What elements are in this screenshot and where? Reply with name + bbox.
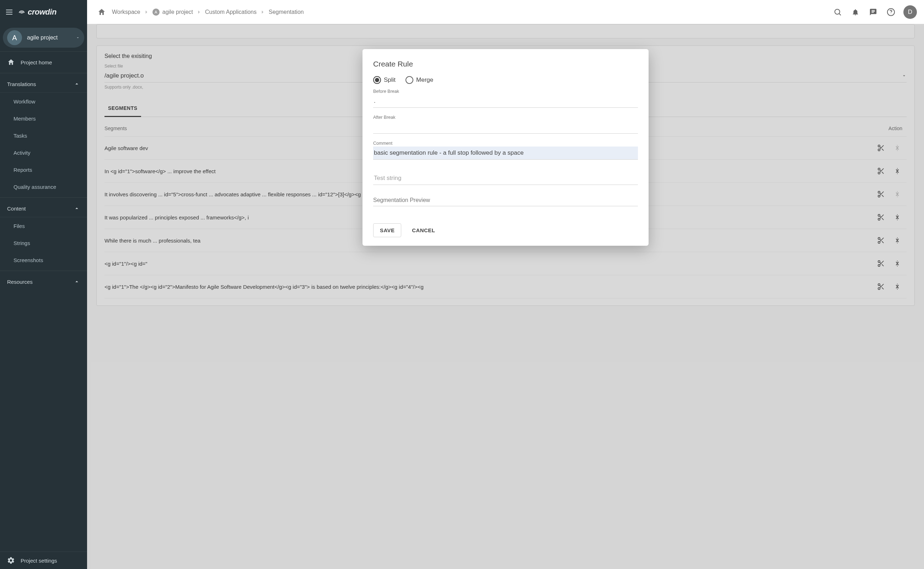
sidebar-item-label: Reports: [14, 167, 32, 173]
segmentation-preview-label: Segmentation Preview: [373, 197, 638, 204]
sidebar-item-files[interactable]: Files: [0, 217, 87, 234]
chat-icon[interactable]: [866, 5, 881, 20]
home-icon[interactable]: [94, 5, 109, 20]
before-break-label: Before Break: [373, 89, 638, 94]
test-string-input[interactable]: [373, 172, 638, 185]
topbar: Workspace A agile project Custom Applica…: [87, 0, 924, 24]
breadcrumb: Workspace A agile project Custom Applica…: [112, 9, 304, 16]
sidebar-item-workflow[interactable]: Workflow: [0, 93, 87, 110]
sidebar-item-strings[interactable]: Strings: [0, 234, 87, 251]
help-icon[interactable]: [883, 5, 898, 20]
sidebar-item-label: Screenshots: [14, 257, 43, 263]
segmentation-preview-area: [373, 205, 638, 206]
sidebar-item-project-settings[interactable]: Project settings: [0, 552, 87, 569]
sidebar-section-label: Translations: [7, 81, 36, 87]
sidebar-item-quality-assurance[interactable]: Quality assurance: [0, 178, 87, 195]
sidebar-item-label: Files: [14, 223, 25, 229]
radio-icon: [373, 76, 381, 84]
sidebar-item-label: Project home: [21, 59, 52, 65]
home-icon: [7, 58, 15, 66]
sidebar-item-label: Tasks: [14, 132, 27, 139]
breadcrumb-page: Segmentation: [269, 9, 304, 15]
sidebar: crowdin A agile project Project home Tra…: [0, 0, 87, 569]
before-break-input[interactable]: [373, 94, 638, 108]
chevron-up-icon: [74, 278, 80, 285]
sidebar-section-resources[interactable]: Resources: [0, 273, 87, 290]
bell-icon[interactable]: [848, 5, 863, 20]
breadcrumb-project[interactable]: A agile project: [152, 9, 193, 16]
after-break-label: After Break: [373, 115, 638, 120]
radio-label: Merge: [416, 76, 433, 84]
sidebar-item-label: Quality assurance: [14, 184, 56, 190]
modal-scrim[interactable]: Create Rule Split Merge Before Break: [87, 24, 924, 569]
save-button[interactable]: SAVE: [373, 223, 401, 237]
sidebar-item-project-home[interactable]: Project home: [0, 54, 87, 71]
sidebar-item-label: Members: [14, 116, 36, 122]
sidebar-item-label: Project settings: [21, 558, 57, 564]
sidebar-item-tasks[interactable]: Tasks: [0, 127, 87, 144]
after-break-input[interactable]: [373, 120, 638, 134]
sidebar-item-members[interactable]: Members: [0, 110, 87, 127]
radio-split[interactable]: Split: [373, 76, 396, 84]
sidebar-item-label: Strings: [14, 240, 30, 246]
project-switcher[interactable]: A agile project: [3, 28, 84, 48]
chevron-right-icon: [143, 9, 150, 15]
sidebar-section-label: Resources: [7, 279, 33, 285]
sidebar-item-label: Workflow: [14, 99, 35, 105]
sidebar-section-translations[interactable]: Translations: [0, 75, 87, 93]
create-rule-dialog: Create Rule Split Merge Before Break: [363, 49, 649, 246]
content-area: Select the exisiting Select file /agile …: [87, 24, 924, 569]
sidebar-section-label: Content: [7, 205, 26, 211]
comment-label: Comment: [373, 141, 638, 146]
gear-icon: [7, 557, 15, 564]
breadcrumb-label: agile project: [162, 9, 193, 15]
project-switcher-label: agile project: [27, 35, 71, 41]
chevron-up-icon: [74, 205, 80, 211]
sidebar-item-reports[interactable]: Reports: [0, 161, 87, 178]
chevron-right-icon: [196, 9, 202, 15]
radio-label: Split: [384, 76, 396, 84]
chevron-right-icon: [259, 9, 266, 15]
radio-merge[interactable]: Merge: [405, 76, 433, 84]
sidebar-item-screenshots[interactable]: Screenshots: [0, 251, 87, 268]
project-avatar: A: [7, 30, 22, 45]
sidebar-item-label: Activity: [14, 150, 30, 156]
breadcrumb-app[interactable]: Custom Applications: [205, 9, 256, 15]
dialog-title: Create Rule: [373, 60, 638, 68]
chevron-up-icon: [74, 81, 80, 87]
svg-point-2: [891, 14, 891, 14]
radio-icon: [405, 76, 413, 84]
cancel-button[interactable]: CANCEL: [405, 223, 442, 237]
brand-logo[interactable]: crowdin: [18, 8, 56, 17]
comment-input[interactable]: [373, 146, 638, 160]
sidebar-section-content[interactable]: Content: [0, 200, 87, 217]
svg-point-0: [835, 9, 840, 14]
caret-down-icon: [76, 35, 80, 40]
search-icon[interactable]: [830, 5, 845, 20]
hamburger-icon[interactable]: [5, 8, 14, 16]
sidebar-item-activity[interactable]: Activity: [0, 144, 87, 161]
brand-label: crowdin: [28, 8, 56, 17]
user-avatar[interactable]: D: [903, 5, 917, 19]
project-badge: A: [152, 9, 159, 16]
breadcrumb-workspace[interactable]: Workspace: [112, 9, 140, 15]
